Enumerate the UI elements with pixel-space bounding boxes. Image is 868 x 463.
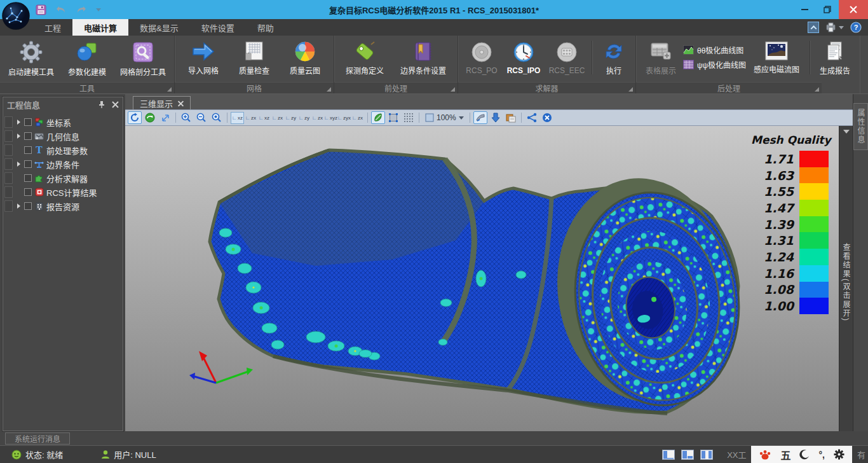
minimize-button[interactable] (793, 0, 816, 19)
tree-item-coordinate-system[interactable]: 坐标系 (4, 115, 121, 129)
execute-button[interactable]: 执行 (596, 39, 632, 76)
system-messages-tab[interactable]: 系统运行消息 (5, 432, 70, 445)
tree-item-rcs-results[interactable]: RCS计算结果 (4, 185, 121, 199)
theta-polarization-curve-button[interactable]: θθ极化曲线图 (683, 45, 746, 55)
zoom-level-control[interactable]: 100% (423, 113, 466, 122)
view-orientation-button-6[interactable]: ∟zy (297, 112, 311, 124)
expand-arrow-icon[interactable] (17, 204, 20, 209)
undo-icon[interactable] (55, 5, 67, 14)
quality-check-button[interactable]: 质量检查 (229, 39, 279, 76)
solver-rcs-po-button[interactable]: RCS_PO (462, 39, 501, 75)
em-current-map-button[interactable]: 感应电磁流图 (747, 39, 806, 74)
view-orientation-button-2[interactable]: ∟zx (244, 112, 257, 124)
close-button[interactable] (839, 0, 868, 19)
menu-tab-settings[interactable]: 软件设置 (190, 19, 246, 36)
ime-settings-gear-icon[interactable] (834, 449, 844, 460)
app-logo-icon[interactable] (2, 2, 30, 30)
expand-arrow-icon[interactable] (17, 134, 20, 139)
zoom-out-button[interactable] (194, 111, 208, 124)
menu-tab-data-display[interactable]: 数据&显示 (128, 19, 190, 36)
viewport-canvas[interactable]: Mesh Quality 1.711.631.551.471.391.311.2… (125, 126, 839, 431)
mesh-partition-tool-button[interactable]: 网格剖分工具 (116, 39, 170, 77)
tree-checkbox[interactable] (24, 188, 32, 196)
expand-arrow-icon[interactable] (17, 162, 20, 167)
expand-arrow-icon[interactable] (17, 120, 20, 125)
import-view-button[interactable] (489, 111, 503, 124)
view-orientation-button-7[interactable]: ∟zx (311, 112, 324, 124)
group-launcher-postprocess[interactable] (815, 87, 819, 92)
parametric-modeling-button[interactable]: 参数化建模 (60, 39, 114, 77)
generate-report-button[interactable]: 生成报告 (814, 39, 856, 76)
tab-3d-display[interactable]: 三维显示 (133, 96, 191, 109)
menu-tab-em-compute[interactable]: 电磁计算 (72, 19, 128, 36)
tree-checkbox[interactable] (24, 160, 32, 168)
tab-list-dropdown-icon[interactable] (843, 130, 850, 134)
launch-modeling-tool-button[interactable]: 启动建模工具 (4, 39, 58, 77)
panel-close-icon[interactable] (112, 101, 119, 108)
ime-punctuation-button[interactable]: °, (818, 450, 825, 460)
help-icon[interactable]: ? (850, 22, 862, 33)
property-info-tab[interactable]: 属性信息 (853, 103, 868, 150)
close-view-button[interactable] (540, 111, 554, 124)
view-orientation-button-9[interactable]: ∟zyx (337, 112, 351, 124)
tree-item-preprocess-params[interactable]: T 前处理参数 (4, 143, 121, 157)
results-collapse-strip[interactable]: 查看结果(双击展开) (839, 126, 853, 431)
print-dropdown-icon[interactable] (839, 26, 844, 29)
tree-item-boundary-conditions[interactable]: 边界条件 (4, 157, 121, 171)
ime-paw-icon[interactable] (759, 449, 771, 460)
solver-rcs-eec-button[interactable]: RCS_EEC (546, 39, 588, 75)
share-export-button[interactable] (525, 111, 539, 124)
ime-moon-icon[interactable] (799, 450, 810, 460)
view-orientation-button-4[interactable]: ∟zx (271, 112, 284, 124)
layout-left-panel-button[interactable] (661, 448, 676, 461)
view-orientation-button-8[interactable]: ∟xyz (324, 112, 337, 124)
print-button[interactable] (825, 22, 844, 32)
menu-tab-help[interactable]: 帮助 (246, 19, 285, 36)
layout-bottom-panel-button[interactable] (680, 448, 695, 461)
pan-resize-button[interactable] (158, 111, 172, 124)
view-orientation-button-5[interactable]: ∟zy (284, 112, 297, 124)
group-launcher-mesh[interactable] (327, 87, 331, 92)
copy-view-button[interactable] (504, 111, 518, 124)
tree-item-geometry-info[interactable]: 几何信息 (4, 129, 121, 143)
zoom-fit-button[interactable] (210, 111, 224, 124)
menu-tab-project[interactable]: 工程 (33, 19, 72, 36)
table-view-button[interactable]: 表格展示 (640, 39, 682, 76)
tab-close-icon[interactable] (178, 100, 184, 106)
group-launcher-solver[interactable] (628, 87, 633, 92)
boundary-settings-button[interactable]: 边界条件设置 (393, 39, 454, 76)
tree-checkbox[interactable] (24, 174, 32, 182)
tree-checkbox[interactable] (24, 202, 32, 210)
ribbon-collapse-button[interactable] (808, 22, 819, 33)
group-launcher-preprocess[interactable] (451, 87, 455, 92)
rotate-view-button[interactable] (128, 111, 142, 124)
probe-angle-button[interactable]: 探测角定义 (338, 39, 391, 76)
tree-item-analysis-solver[interactable]: 分析求解器 (4, 171, 121, 185)
quality-cloud-button[interactable]: 质量云图 (280, 39, 330, 76)
view-orientation-button-1[interactable]: ∟xz (231, 112, 244, 124)
restore-button[interactable] (816, 0, 839, 19)
smooth-shading-button[interactable] (371, 111, 385, 124)
tree-checkbox[interactable] (24, 118, 32, 126)
psi-polarization-curve-button[interactable]: ψψ极化曲线图 (683, 59, 746, 70)
qat-more-dropdown-icon[interactable] (96, 8, 101, 11)
orbit-button[interactable] (143, 111, 157, 124)
flat-shading-button[interactable] (386, 111, 400, 124)
view-orientation-button-10[interactable]: ∟zx (351, 112, 364, 124)
import-mesh-button[interactable]: 导入网格 (179, 39, 228, 76)
tree-checkbox[interactable] (24, 146, 32, 154)
save-icon[interactable] (36, 4, 46, 15)
wireframe-points-button[interactable] (402, 111, 416, 124)
pin-icon[interactable] (98, 100, 105, 109)
layout-right-panel-button[interactable] (699, 448, 714, 461)
tree-item-report-resources[interactable]: 报告资源 (4, 199, 121, 213)
section-clip-button[interactable] (473, 111, 487, 124)
redo-icon[interactable] (76, 5, 87, 14)
ime-wubi-label[interactable]: 五 (780, 447, 790, 462)
tree-checkbox[interactable] (24, 132, 32, 140)
view-results-tab[interactable]: 查看结果(双击展开) (841, 243, 851, 322)
zoom-dropdown-icon[interactable] (459, 116, 464, 120)
solver-rcs-ipo-button[interactable]: RCS_IPO (503, 39, 545, 75)
zoom-in-button[interactable] (179, 111, 193, 124)
view-orientation-button-3[interactable]: ∟xz (257, 112, 271, 124)
